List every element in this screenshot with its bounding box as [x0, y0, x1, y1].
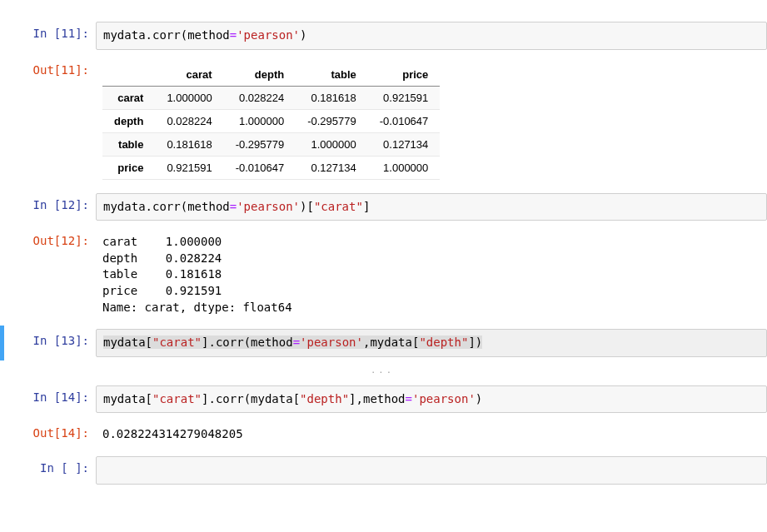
table-col-depth: depth: [224, 63, 296, 87]
table-row: depth0.0282241.000000-0.295779-0.010647: [102, 109, 440, 132]
code-input-14[interactable]: mydata["carat"].corr(mydata["depth"],met…: [96, 385, 767, 414]
in-prompt-13: In [13]:: [4, 329, 96, 347]
table-cell: 0.028224: [155, 109, 223, 132]
out-prompt-12: Out[12]:: [4, 229, 96, 247]
in-prompt-14: In [14]:: [4, 385, 96, 404]
output-text-12: carat 1.000000 depth 0.028224 table 0.18…: [96, 229, 767, 321]
in-prompt-11: In [11]:: [4, 22, 96, 40]
table-row-depth: depth: [102, 109, 155, 132]
cell-13-input[interactable]: In [13]: mydata["carat"].corr(method='pe…: [0, 326, 767, 360]
table-cell: -0.010647: [368, 109, 441, 132]
table-cell: 0.181618: [296, 86, 368, 109]
in-prompt-empty: In [ ]:: [4, 456, 96, 475]
table-row: price0.921591-0.0106470.1271341.000000: [102, 156, 440, 179]
out-prompt-11: Out[11]:: [4, 58, 96, 77]
table-cell: 0.921591: [368, 86, 441, 109]
table-row-carat: carat: [102, 86, 155, 109]
code-input-13[interactable]: mydata["carat"].corr(method='pearson',my…: [96, 329, 767, 357]
table-cell: 1.000000: [296, 132, 368, 156]
table-cell: 0.127134: [368, 132, 441, 156]
code-input-12[interactable]: mydata.corr(method='pearson')["carat"]: [96, 193, 767, 221]
cell-11-input[interactable]: In [11]: mydata.corr(method='pearson'): [0, 18, 767, 53]
in-prompt-12: In [12]:: [4, 193, 96, 211]
table-cell: -0.010647: [224, 156, 296, 179]
cell-12-output: Out[12]: carat 1.000000 depth 0.028224 t…: [0, 226, 767, 324]
cell-11-output: Out[11]: caratdepthtableprice carat1.000…: [0, 55, 767, 188]
cell-14-input[interactable]: In [14]: mydata["carat"].corr(mydata["de…: [0, 382, 767, 417]
table-col-carat: carat: [155, 63, 223, 87]
code-input-empty[interactable]: [96, 456, 767, 485]
table-col-price: price: [368, 63, 441, 87]
table-row-table: table: [102, 132, 155, 156]
table-corner: [102, 63, 155, 87]
table-cell: 1.000000: [155, 86, 223, 109]
cell-12-input[interactable]: In [12]: mydata.corr(method='pearson')["…: [0, 190, 767, 225]
table-cell: 1.000000: [368, 156, 441, 179]
output-dataframe-11: caratdepthtableprice carat1.0000000.0282…: [96, 58, 767, 185]
table-header-row: caratdepthtableprice: [102, 63, 440, 87]
output-text-14: 0.028224314279048205: [96, 421, 767, 448]
table-row: table0.181618-0.2957791.0000000.127134: [102, 132, 440, 156]
cell-14-output: Out[14]: 0.028224314279048205: [0, 418, 767, 451]
table-cell: 0.921591: [155, 156, 223, 179]
table-cell: 0.028224: [224, 86, 296, 109]
table-col-table: table: [296, 63, 368, 87]
table-cell: -0.295779: [224, 132, 296, 156]
table-cell: 0.127134: [296, 156, 368, 179]
cell-empty-input[interactable]: In [ ]:: [0, 453, 767, 488]
table-cell: -0.295779: [296, 109, 368, 132]
output-ellipsis: ...: [0, 362, 767, 380]
table-cell: 0.181618: [155, 132, 223, 156]
out-prompt-14: Out[14]:: [4, 421, 96, 440]
code-input-11[interactable]: mydata.corr(method='pearson'): [96, 22, 767, 50]
table-row: carat1.0000000.0282240.1816180.921591: [102, 86, 440, 109]
table-cell: 1.000000: [224, 109, 296, 132]
table-row-price: price: [102, 156, 155, 179]
correlation-table: caratdepthtableprice carat1.0000000.0282…: [102, 63, 440, 180]
